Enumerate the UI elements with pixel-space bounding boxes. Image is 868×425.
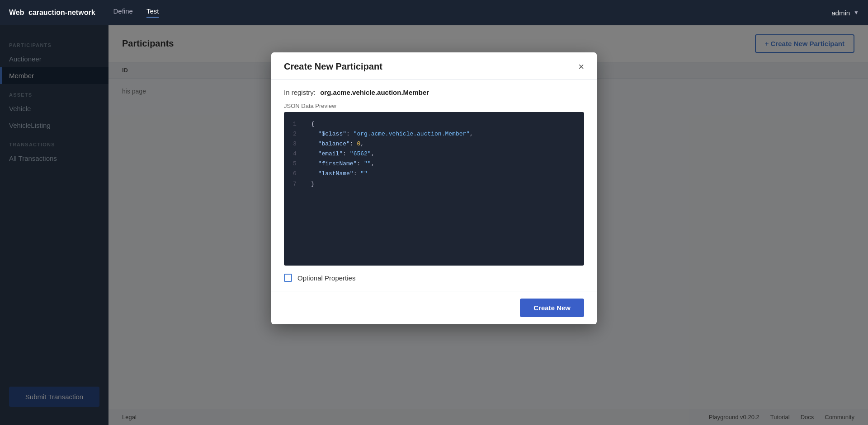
modal-header: Create New Participant ×: [271, 52, 597, 79]
modal-footer: Create New: [271, 291, 597, 324]
modal-title: Create New Participant: [284, 61, 382, 72]
json-preview: 1 { 2 "$class": "org.acme.vehicle.auctio…: [284, 112, 584, 266]
brand-logo: Web carauction-network: [9, 9, 95, 17]
modal-body: In registry: org.acme.vehicle.auction.Me…: [271, 79, 597, 291]
nav-define[interactable]: Define: [113, 7, 133, 18]
optional-properties-row: Optional Properties: [284, 274, 584, 282]
code-line-7: 7 }: [293, 179, 575, 189]
optional-properties-checkbox[interactable]: [284, 274, 292, 282]
modal-overlay: Create New Participant × In registry: or…: [0, 25, 868, 425]
admin-menu[interactable]: admin ▼: [831, 9, 859, 17]
code-line-3: 3 "balance": 0,: [293, 139, 575, 149]
code-line-4: 4 "email": "6562",: [293, 149, 575, 159]
registry-line: In registry: org.acme.vehicle.auction.Me…: [284, 89, 584, 96]
code-line-1: 1 {: [293, 119, 575, 129]
code-line-5: 5 "firstName": "",: [293, 159, 575, 169]
registry-name: org.acme.vehicle.auction.Member: [320, 89, 429, 96]
json-label: JSON Data Preview: [284, 103, 584, 109]
top-navigation: Web carauction-network Define Test admin…: [0, 0, 868, 25]
code-line-6: 6 "lastName": "": [293, 169, 575, 179]
create-new-button[interactable]: Create New: [520, 299, 584, 317]
optional-properties-label: Optional Properties: [297, 274, 355, 282]
create-participant-modal: Create New Participant × In registry: or…: [271, 52, 597, 324]
nav-links: Define Test: [113, 7, 832, 18]
nav-test[interactable]: Test: [146, 7, 159, 18]
close-icon[interactable]: ×: [578, 62, 584, 72]
chevron-down-icon: ▼: [854, 9, 859, 16]
code-line-2: 2 "$class": "org.acme.vehicle.auction.Me…: [293, 129, 575, 139]
